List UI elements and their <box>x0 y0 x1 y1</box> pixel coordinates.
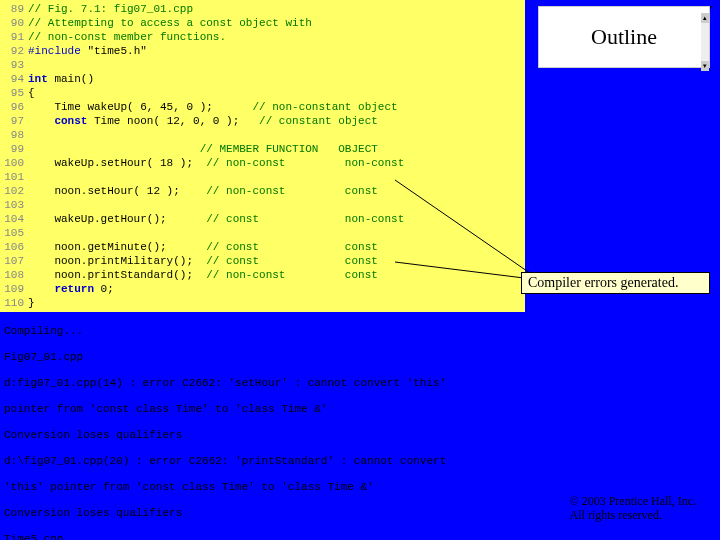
callout-text: Compiler errors generated. <box>528 275 678 290</box>
output-line: Compiling... <box>4 325 716 338</box>
code-text: // const const <box>206 241 378 253</box>
code-text: { <box>28 87 35 99</box>
code-text: wakeUp.getHour(); <box>28 213 206 225</box>
code-text <box>28 115 54 127</box>
code-text: noon.printStandard(); <box>28 269 206 281</box>
code-text: main() <box>48 73 94 85</box>
output-line: d:\fig07_01.cpp(20) : error C2662: 'prin… <box>4 455 716 468</box>
code-text: "time5.h" <box>87 45 146 57</box>
code-text: // non-constant object <box>252 101 397 113</box>
code-text: // const non-const <box>206 213 404 225</box>
line-number: 107 <box>0 254 24 268</box>
line-number: 105 <box>0 226 24 240</box>
code-text: // non-const non-const <box>206 157 404 169</box>
outline-panel: Outline ▴ ▾ <box>538 6 710 68</box>
code-text: Time wakeUp( 6, 45, 0 ); <box>28 101 252 113</box>
code-text: // non-const const <box>206 185 378 197</box>
code-text: noon.setHour( 12 ); <box>28 185 206 197</box>
line-number: 91 <box>0 30 24 44</box>
output-line: d:fig07_01.cpp(14) : error C2662: 'setHo… <box>4 377 716 390</box>
code-text: // Fig. 7.1: fig07_01.cpp <box>28 3 193 15</box>
code-text: // constant object <box>259 115 378 127</box>
code-text: noon.printMilitary(); <box>28 255 206 267</box>
line-number: 95 <box>0 86 24 100</box>
output-line: pointer from 'const class Time' to 'clas… <box>4 403 716 416</box>
line-number: 109 <box>0 282 24 296</box>
scroll-up-icon[interactable]: ▴ <box>701 13 709 23</box>
output-line: Fig07_01.cpp <box>4 351 716 364</box>
line-number: 98 <box>0 128 24 142</box>
line-number: 97 <box>0 114 24 128</box>
code-text: #include <box>28 45 87 57</box>
outline-title: Outline <box>591 24 657 50</box>
code-text: 0; <box>94 283 114 295</box>
callout-box: Compiler errors generated. <box>521 272 710 294</box>
line-number: 106 <box>0 240 24 254</box>
line-number: 101 <box>0 170 24 184</box>
footer-line: All rights reserved. <box>570 508 696 522</box>
output-line: Time5.cpp <box>4 533 716 540</box>
code-text: // const const <box>206 255 378 267</box>
code-text: // Attempting to access a const object w… <box>28 17 312 29</box>
code-text: return <box>54 283 94 295</box>
output-line: Conversion loses qualifiers <box>4 429 716 442</box>
code-text: // non-const member functions. <box>28 31 226 43</box>
line-number: 100 <box>0 156 24 170</box>
code-text: // MEMBER FUNCTION OBJECT <box>28 143 378 155</box>
scroll-down-icon[interactable]: ▾ <box>701 61 709 71</box>
code-text: wakeUp.setHour( 18 ); <box>28 157 206 169</box>
code-text <box>28 283 54 295</box>
code-listing: 89// Fig. 7.1: fig07_01.cpp 90// Attempt… <box>0 0 525 312</box>
code-text: Time noon( 12, 0, 0 ); <box>87 115 259 127</box>
code-text: // non-const const <box>206 269 378 281</box>
line-number: 92 <box>0 44 24 58</box>
line-number: 90 <box>0 16 24 30</box>
line-number: 110 <box>0 296 24 310</box>
code-text: } <box>28 297 35 309</box>
code-text: noon.getMinute(); <box>28 241 206 253</box>
line-number: 99 <box>0 142 24 156</box>
scrollbar[interactable]: ▴ ▾ <box>701 13 709 71</box>
line-number: 108 <box>0 268 24 282</box>
line-number: 104 <box>0 212 24 226</box>
line-number: 94 <box>0 72 24 86</box>
code-text: const <box>54 115 87 127</box>
line-number: 93 <box>0 58 24 72</box>
line-number: 96 <box>0 100 24 114</box>
copyright-footer: © 2003 Prentice Hall, Inc. All rights re… <box>570 494 696 522</box>
line-number: 102 <box>0 184 24 198</box>
code-text: int <box>28 73 48 85</box>
output-line: 'this' pointer from 'const class Time' t… <box>4 481 716 494</box>
line-number: 89 <box>0 2 24 16</box>
line-number: 103 <box>0 198 24 212</box>
footer-line: © 2003 Prentice Hall, Inc. <box>570 494 696 508</box>
